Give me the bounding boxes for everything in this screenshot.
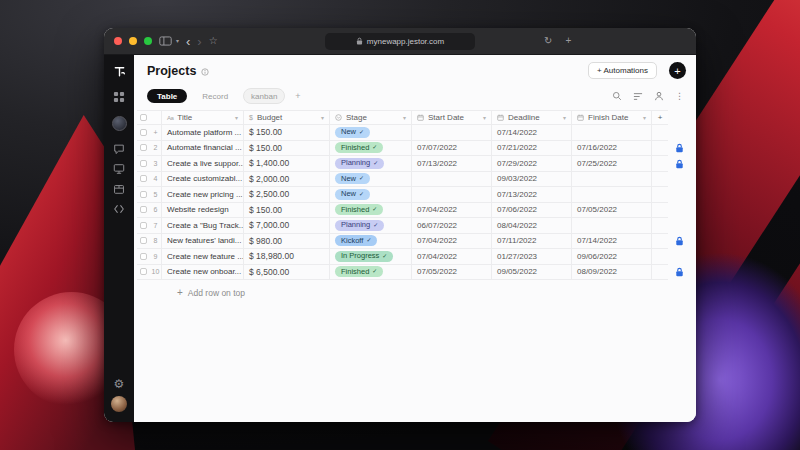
row-checkbox[interactable] (140, 160, 147, 167)
stage-cell[interactable]: New✓ (330, 125, 412, 141)
table-row[interactable]: 2Automate financial ...$ 150.00Finished✓… (137, 141, 696, 157)
more-icon[interactable]: ⋮ (675, 92, 684, 101)
row-number[interactable]: 5 (150, 187, 162, 203)
finish-date-cell[interactable] (572, 187, 652, 203)
stage-badge[interactable]: Finished✓ (335, 266, 383, 277)
column-header-finish-date[interactable]: Finish Date▾ (572, 110, 652, 125)
back-icon[interactable]: ‹ (186, 35, 190, 48)
start-date-cell[interactable]: 07/04/2022 (412, 249, 492, 265)
finish-date-cell[interactable]: 07/14/2022 (572, 234, 652, 250)
row-checkbox[interactable] (140, 129, 147, 136)
stage-badge[interactable]: Finished✓ (335, 204, 383, 215)
stage-badge[interactable]: New✓ (335, 173, 370, 184)
deadline-cell[interactable]: 09/03/2022 (492, 172, 572, 188)
chevron-down-icon[interactable]: ▾ (321, 114, 324, 121)
budget-cell[interactable]: $ 980.00 (244, 234, 330, 250)
column-header-stage[interactable]: Stage▾ (330, 110, 412, 125)
budget-cell[interactable]: $ 18,980.00 (244, 249, 330, 265)
deadline-cell[interactable]: 07/11/2022 (492, 234, 572, 250)
record-lock-icon[interactable] (675, 267, 684, 277)
title-cell[interactable]: Create a "Bug Track... (162, 218, 244, 234)
stage-cell[interactable]: New✓ (330, 187, 412, 203)
chevron-down-icon[interactable]: ▾ (176, 38, 179, 44)
deadline-cell[interactable]: 07/29/2022 (492, 156, 572, 172)
budget-cell[interactable]: $ 6,500.00 (244, 265, 330, 281)
budget-cell[interactable]: $ 150.00 (244, 125, 330, 141)
title-cell[interactable]: Create new pricing ... (162, 187, 244, 203)
tab-table[interactable]: Table (147, 89, 187, 103)
record-lock-icon[interactable] (675, 236, 684, 246)
forward-icon[interactable]: › (197, 35, 201, 48)
new-tab-icon[interactable]: + (565, 36, 571, 46)
record-lock-icon[interactable] (675, 143, 684, 153)
jestor-logo[interactable] (111, 63, 127, 79)
row-number[interactable]: 6 (150, 203, 162, 219)
close-button[interactable] (114, 37, 122, 45)
stage-cell[interactable]: In Progress✓ (330, 249, 412, 265)
finish-date-cell[interactable]: 09/06/2022 (572, 249, 652, 265)
budget-cell[interactable]: $ 2,500.00 (244, 187, 330, 203)
stage-cell[interactable]: New✓ (330, 172, 412, 188)
table-row[interactable]: 7Create a "Bug Track...$ 7,000.00Plannin… (137, 218, 696, 234)
title-cell[interactable]: Create customizabl... (162, 172, 244, 188)
minimize-button[interactable] (129, 37, 137, 45)
add-column-button[interactable]: + (652, 110, 668, 125)
start-date-cell[interactable]: 07/04/2022 (412, 234, 492, 250)
finish-date-cell[interactable] (572, 172, 652, 188)
stage-badge[interactable]: Finished✓ (335, 142, 383, 153)
stage-cell[interactable]: Planning✓ (330, 156, 412, 172)
start-date-cell[interactable]: 07/04/2022 (412, 203, 492, 219)
start-date-cell[interactable]: 07/07/2022 (412, 141, 492, 157)
row-checkbox[interactable] (140, 144, 147, 151)
finish-date-cell[interactable] (572, 125, 652, 141)
row-checkbox[interactable] (140, 268, 147, 275)
deadline-cell[interactable]: 07/13/2022 (492, 187, 572, 203)
row-number[interactable]: + (150, 125, 162, 141)
add-view-button[interactable]: + (293, 91, 302, 101)
column-header-deadline[interactable]: Deadline▾ (492, 110, 572, 125)
deadline-cell[interactable]: 09/05/2022 (492, 265, 572, 281)
start-date-cell[interactable] (412, 172, 492, 188)
column-header-title[interactable]: AaTitle▾ (162, 110, 244, 125)
row-checkbox[interactable] (140, 253, 147, 260)
row-checkbox[interactable] (140, 206, 147, 213)
row-checkbox[interactable] (140, 191, 147, 198)
finish-date-cell[interactable]: 07/25/2022 (572, 156, 652, 172)
finish-date-cell[interactable] (572, 218, 652, 234)
deadline-cell[interactable]: 01/27/2023 (492, 249, 572, 265)
title-cell[interactable]: Create new onboar... (162, 265, 244, 281)
budget-cell[interactable]: $ 150.00 (244, 141, 330, 157)
row-number[interactable]: 9 (150, 249, 162, 265)
chevron-down-icon[interactable]: ▾ (483, 114, 486, 121)
star-icon[interactable]: ☆ (209, 36, 218, 46)
start-date-cell[interactable] (412, 187, 492, 203)
stage-badge[interactable]: Planning✓ (335, 220, 384, 231)
deadline-cell[interactable]: 07/14/2022 (492, 125, 572, 141)
workspace-avatar[interactable] (111, 115, 127, 131)
package-icon[interactable] (111, 181, 127, 197)
stage-badge[interactable]: In Progress✓ (335, 251, 393, 262)
stage-badge[interactable]: Planning✓ (335, 158, 384, 169)
stage-cell[interactable]: Planning✓ (330, 218, 412, 234)
row-number[interactable]: 3 (150, 156, 162, 172)
row-checkbox[interactable] (140, 237, 147, 244)
column-header-budget[interactable]: $Budget▾ (244, 110, 330, 125)
start-date-cell[interactable]: 07/13/2022 (412, 156, 492, 172)
table-row[interactable]: +Automate platform ...$ 150.00New✓07/14/… (137, 125, 696, 141)
title-cell[interactable]: Create a live suppor... (162, 156, 244, 172)
deadline-cell[interactable]: 07/21/2022 (492, 141, 572, 157)
deadline-cell[interactable]: 08/04/2022 (492, 218, 572, 234)
chat-icon[interactable] (111, 141, 127, 157)
start-date-cell[interactable]: 07/05/2022 (412, 265, 492, 281)
refresh-icon[interactable]: ↻ (544, 36, 552, 46)
row-number[interactable]: 2 (150, 141, 162, 157)
budget-cell[interactable]: $ 1,400.00 (244, 156, 330, 172)
search-icon[interactable] (612, 91, 622, 101)
chevron-down-icon[interactable]: ▾ (563, 114, 566, 121)
table-row[interactable]: 9Create new feature ...$ 18,980.00In Pro… (137, 249, 696, 265)
filter-icon[interactable] (633, 92, 643, 101)
apps-grid-icon[interactable] (111, 89, 127, 105)
row-number[interactable]: 4 (150, 172, 162, 188)
budget-cell[interactable]: $ 7,000.00 (244, 218, 330, 234)
stage-cell[interactable]: Kickoff✓ (330, 234, 412, 250)
